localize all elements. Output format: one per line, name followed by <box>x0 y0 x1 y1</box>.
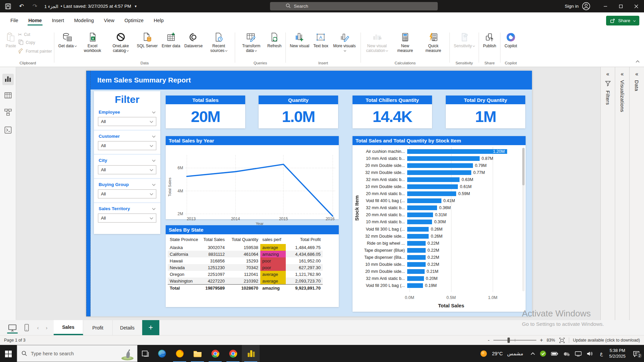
expand-pane-icon[interactable]: « <box>635 71 638 77</box>
slicer-sales-territory-dropdown[interactable]: All <box>98 214 156 223</box>
task-view-button[interactable] <box>138 345 153 362</box>
page-tab-details[interactable]: Details <box>113 320 142 335</box>
bar[interactable] <box>407 156 480 161</box>
cell-sales-perf[interactable]: poor <box>260 264 286 271</box>
close-button[interactable] <box>629 0 644 12</box>
bar-row[interactable]: 32 mm Anti static b...0.63M <box>353 176 526 183</box>
ribbon-dataverse-button[interactable]: Dataverse <box>182 30 205 60</box>
mobile-view-button[interactable] <box>19 320 34 335</box>
slicer-city-header[interactable]: City <box>98 157 156 165</box>
bar-row[interactable]: Tape dispenser (Bla...0.22M <box>353 254 526 261</box>
cell-sales-perf[interactable]: amazing <box>260 251 286 257</box>
taskbar-chrome-2-icon[interactable] <box>224 345 242 362</box>
slicer-employee-header[interactable]: Employee <box>98 109 156 117</box>
taskbar-file-explorer-icon[interactable] <box>189 345 206 362</box>
taskbar-search-box[interactable]: Type here to search <box>17 345 138 362</box>
ribbon-text-box-button[interactable]: AText box <box>311 30 330 60</box>
bar[interactable] <box>407 170 471 175</box>
ribbon-enter-data-button[interactable]: Enter data <box>160 30 182 60</box>
kpi-card-total-sales[interactable]: Total Sales20M <box>166 96 245 128</box>
start-button[interactable] <box>0 345 17 362</box>
table-total-row[interactable]: Total198795891028670amazing9,923,891.70 <box>168 285 323 292</box>
display-tray-icon[interactable] <box>575 351 582 357</box>
zoom-in-button[interactable]: + <box>540 337 543 343</box>
bar-row[interactable]: 10 mm Double side...0.61M <box>353 183 526 190</box>
column-header-total-sales[interactable]: Total Sales <box>201 235 227 244</box>
menu-file[interactable]: File <box>5 15 23 26</box>
ribbon-refresh-button[interactable]: Refresh <box>265 30 283 60</box>
report-title-banner[interactable]: Item Sales Summary Report <box>91 71 532 89</box>
cell-total-quantity[interactable]: 15293 <box>227 257 260 264</box>
ribbon-copilot-button[interactable]: Copilot <box>502 30 519 60</box>
page-accent-stripe[interactable] <box>86 71 91 316</box>
taskbar-chrome-icon[interactable] <box>206 345 224 362</box>
ribbon-recent-sources-button[interactable]: Recent sources <box>205 30 233 60</box>
slicer-city-dropdown[interactable]: All <box>98 165 156 174</box>
cell-state-province[interactable]: California <box>168 251 201 257</box>
zoom-slider[interactable] <box>493 340 536 341</box>
bar[interactable] <box>407 234 429 239</box>
bar[interactable] <box>407 220 432 224</box>
bar-row[interactable]: 10 mm Double side...0.22M <box>353 261 526 268</box>
maximize-button[interactable] <box>613 0 629 12</box>
bar[interactable] <box>407 255 426 260</box>
table-row[interactable]: Washington4227220210392average2,093,723.… <box>168 278 323 285</box>
bar-row[interactable]: Void fill 300 L bag (...0.26M <box>353 226 526 233</box>
bing-daily-image[interactable] <box>120 347 135 361</box>
cell-state-province[interactable]: Washington <box>168 278 201 285</box>
menu-modeling[interactable]: Modeling <box>69 15 99 26</box>
slicer-employee-dropdown[interactable]: All <box>98 117 156 126</box>
global-search-box[interactable]: Search <box>270 2 438 10</box>
ribbon-quick-measure-button[interactable]: Quick measure <box>419 30 447 60</box>
undo-icon[interactable]: ↶ <box>16 2 27 11</box>
bar-scrollbar[interactable] <box>522 148 525 291</box>
menu-view[interactable]: View <box>99 15 119 26</box>
antivirus-tray-icon[interactable] <box>540 350 546 357</box>
bar-row[interactable]: 20 mm Anti static b...0.59M <box>353 190 526 197</box>
cell-state-province[interactable]: Hawaii <box>168 257 201 264</box>
ribbon-transform-data-button[interactable]: Transform data <box>237 30 265 60</box>
cell-total-profit[interactable]: 627,297.30 <box>286 264 323 271</box>
share-button[interactable]: Share <box>606 16 639 25</box>
cell-total-sales[interactable]: 316856 <box>201 257 227 264</box>
ribbon-get-data-button[interactable]: Get data <box>56 30 78 60</box>
expand-pane-icon[interactable]: « <box>621 71 624 77</box>
cell-total-sales[interactable]: 4227220 <box>201 278 227 285</box>
column-header-total-quantity[interactable]: Total Quantity <box>227 235 260 244</box>
ribbon-new-visual-button[interactable]: New visual <box>288 30 311 60</box>
cell-total-profit[interactable]: 4,434,686.05 <box>286 251 323 257</box>
cell-total-quantity[interactable]: 159538 <box>227 244 260 251</box>
zoom-slider-thumb[interactable] <box>507 338 510 343</box>
column-header-total-profit[interactable]: Total Profit <box>286 235 323 244</box>
cell-total-profit[interactable]: 161,952.00 <box>286 257 323 264</box>
bar-chart-visual[interactable]: Total Sales and Total Quantity by Stock … <box>353 136 526 312</box>
sidebar-model-view-button[interactable] <box>2 107 14 118</box>
bar[interactable] <box>407 184 458 189</box>
expand-pane-icon[interactable]: « <box>606 71 609 77</box>
hidden-icons-chevron[interactable] <box>530 352 535 355</box>
fit-to-page-icon[interactable] <box>559 337 565 344</box>
bar-row[interactable]: 32 mm Double side...0.77M <box>353 169 526 176</box>
sign-in-link[interactable]: Sign in <box>565 4 579 9</box>
clock[interactable]: 5:38 PM 5/2/2025 <box>609 348 626 359</box>
bar[interactable] <box>407 205 437 210</box>
cell-state-province[interactable]: Alaska <box>168 244 201 251</box>
weather-sun-icon[interactable] <box>480 350 488 358</box>
language-indicator[interactable]: ع <box>600 351 603 356</box>
ribbon-more-visuals-button[interactable]: More visuals <box>330 30 359 60</box>
add-page-button[interactable]: + <box>142 320 159 335</box>
cell-total-profit[interactable]: 1,121,762.90 <box>286 271 323 278</box>
bar-row[interactable]: Void fill 200 L bag (...0.19M <box>353 282 526 289</box>
next-page-arrow[interactable]: › <box>42 320 51 335</box>
sidebar-report-view-button[interactable] <box>2 74 14 85</box>
cell-sales-perf[interactable]: average <box>260 244 286 251</box>
bar-row[interactable]: Void fill 400 L bag (...0.41M <box>353 197 526 204</box>
slicer-buying-group-header[interactable]: Buying Group <box>98 181 156 189</box>
update-available-link[interactable]: Update available (click to download) <box>573 338 640 343</box>
zoom-out-button[interactable]: - <box>488 337 489 343</box>
bar[interactable] <box>407 198 441 203</box>
pane-visualizations[interactable]: «Visualizations <box>615 67 629 320</box>
cell-sales-perf[interactable]: average <box>260 278 286 285</box>
document-title-area[interactable]: 1 الجزء • Last saved: 3/27/2025 at 4:57 … <box>44 4 137 9</box>
action-center-button[interactable]: 2 <box>633 350 640 357</box>
